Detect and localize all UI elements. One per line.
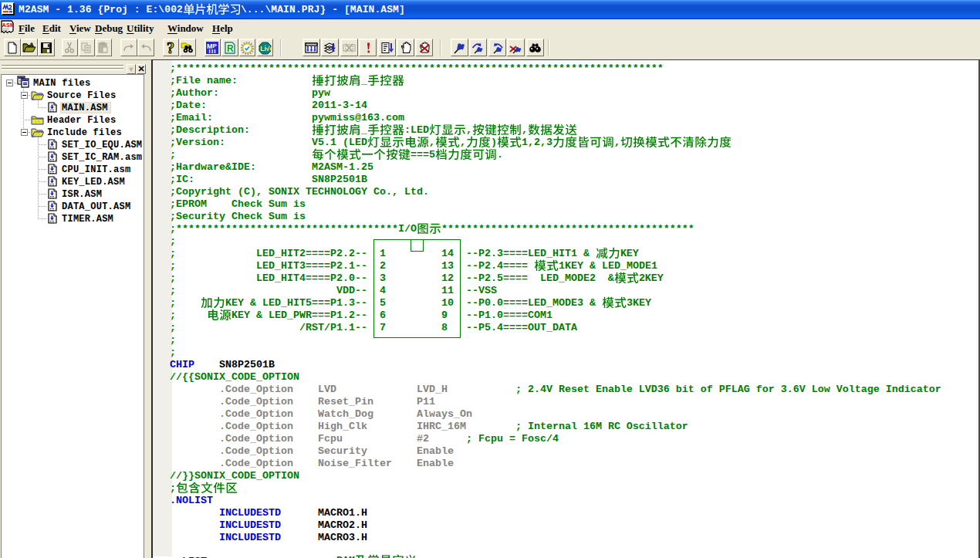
svg-text:R: R [227, 43, 234, 54]
svg-text:ASM: ASM [2, 22, 15, 29]
svg-text:?: ? [167, 42, 174, 54]
svg-text:Li√e: Li√e [260, 45, 272, 52]
svg-text:III: III [209, 48, 216, 55]
